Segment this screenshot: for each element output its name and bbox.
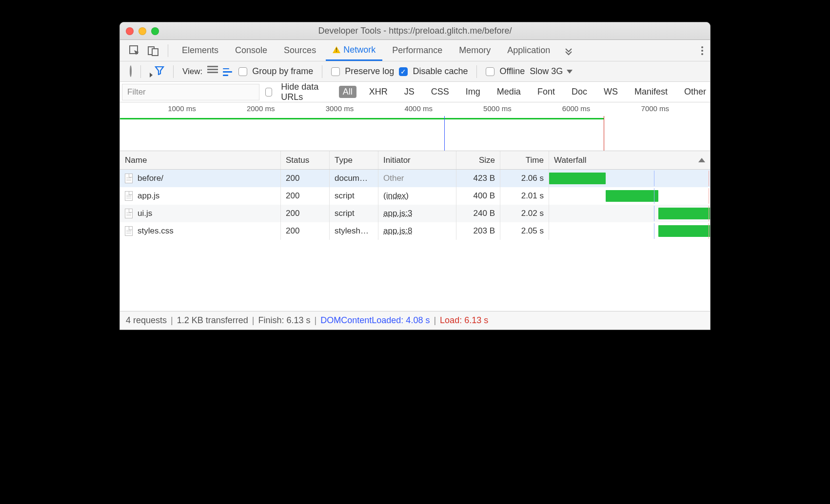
minimize-icon[interactable] (138, 27, 146, 35)
group-by-frame-checkbox[interactable] (238, 67, 247, 76)
initiator-link[interactable]: app.js:8 (383, 226, 413, 236)
status-cell: 200 (281, 170, 330, 187)
chip-img[interactable]: Img (462, 86, 484, 98)
waterfall-cell (549, 170, 710, 187)
col-waterfall[interactable]: Waterfall (549, 151, 710, 169)
separator: | (315, 315, 317, 326)
more-tabs-button[interactable] (563, 45, 574, 57)
chip-font[interactable]: Font (534, 86, 559, 98)
name-cell: styles.css (120, 222, 281, 240)
separator (168, 44, 168, 57)
panel-tabs: Elements Console Sources Network Perform… (175, 40, 557, 61)
table-row[interactable]: styles.css200stylesh…app.js:8203 B2.05 s (120, 222, 710, 240)
settings-kebab-icon[interactable] (698, 43, 706, 58)
col-name[interactable]: Name (120, 151, 281, 169)
warning-icon (333, 46, 340, 53)
initiator-cell[interactable]: Other (378, 170, 456, 187)
tab-memory[interactable]: Memory (452, 40, 497, 61)
status-finish: Finish: 6.13 s (258, 315, 311, 326)
close-icon[interactable] (126, 27, 134, 35)
chip-manifest[interactable]: Manifest (631, 86, 672, 98)
filter-bar: Hide data URLs All XHR JS CSS Img Media … (120, 82, 710, 102)
tab-application[interactable]: Application (500, 40, 557, 61)
tab-label: Network (343, 45, 375, 55)
tab-sources[interactable]: Sources (277, 40, 323, 61)
preserve-log-checkbox[interactable] (331, 67, 340, 76)
filter-toggle-button[interactable] (155, 65, 164, 78)
table-row[interactable]: app.js200script(index)400 B2.01 s (120, 187, 710, 205)
col-status[interactable]: Status (281, 151, 330, 169)
table-row[interactable]: ui.js200scriptapp.js:3240 B2.02 s (120, 205, 710, 222)
initiator-cell[interactable]: app.js:3 (378, 205, 456, 222)
chip-ws[interactable]: WS (600, 86, 622, 98)
status-dcl: DOMContentLoaded: 4.08 s (320, 315, 430, 326)
chip-xhr[interactable]: XHR (365, 86, 392, 98)
request-name: before/ (138, 174, 163, 183)
col-type[interactable]: Type (330, 151, 378, 169)
chip-media[interactable]: Media (493, 86, 525, 98)
disable-cache-label: Disable cache (413, 66, 468, 77)
status-transferred: 1.2 KB transferred (177, 315, 248, 326)
waterfall-cell (549, 205, 710, 222)
hide-data-urls-checkbox[interactable] (265, 88, 273, 97)
tab-network[interactable]: Network (326, 40, 382, 61)
tab-console[interactable]: Console (228, 40, 274, 61)
tab-label: Sources (284, 45, 316, 56)
overview-timeline[interactable]: 1000 ms2000 ms3000 ms4000 ms5000 ms6000 … (120, 102, 710, 151)
name-cell: app.js (120, 187, 281, 205)
load-marker (709, 171, 709, 186)
separator: | (434, 315, 436, 326)
throttling-select[interactable]: Slow 3G (530, 66, 573, 77)
chip-all[interactable]: All (339, 86, 356, 98)
chip-css[interactable]: CSS (427, 86, 453, 98)
status-load: Load: 6.13 s (440, 315, 488, 326)
request-name: ui.js (138, 209, 152, 218)
overview-tick: 7000 ms (641, 104, 670, 113)
tab-performance[interactable]: Performance (385, 40, 449, 61)
zoom-icon[interactable] (151, 27, 159, 35)
col-initiator[interactable]: Initiator (378, 151, 456, 169)
load-marker (604, 116, 604, 151)
waterfall-bar (549, 173, 606, 184)
time-cell: 2.06 s (500, 170, 549, 187)
offline-label: Offline (499, 66, 525, 77)
time-cell: 2.01 s (500, 187, 549, 205)
tab-elements[interactable]: Elements (175, 40, 225, 61)
inspect-element-icon[interactable] (129, 45, 140, 57)
view-large-button[interactable] (207, 66, 218, 77)
clear-button[interactable] (130, 66, 132, 77)
disable-cache-checkbox[interactable]: ✓ (399, 67, 408, 76)
col-waterfall-label: Waterfall (554, 155, 586, 165)
file-icon (125, 209, 133, 218)
type-cell: script (330, 205, 378, 222)
col-size[interactable]: Size (456, 151, 500, 169)
initiator-cell[interactable]: (index) (378, 187, 456, 205)
separator: | (171, 315, 173, 326)
waterfall-bar (658, 225, 710, 237)
initiator-link[interactable]: (index) (383, 191, 409, 201)
file-icon (125, 191, 133, 201)
separator (322, 65, 322, 78)
device-toggle-icon[interactable] (147, 45, 159, 57)
waterfall-cell (549, 222, 710, 240)
initiator-cell[interactable]: app.js:8 (378, 222, 456, 240)
offline-checkbox[interactable] (486, 67, 494, 76)
chip-doc[interactable]: Doc (568, 86, 591, 98)
col-time[interactable]: Time (500, 151, 549, 169)
tab-label: Performance (392, 45, 442, 56)
throttling-value: Slow 3G (530, 66, 563, 77)
window-titlebar[interactable]: Developer Tools - https://preload.glitch… (120, 22, 710, 40)
filter-chips: Hide data URLs All XHR JS CSS Img Media … (265, 82, 710, 102)
view-waterfall-button[interactable] (223, 67, 234, 76)
size-cell: 423 B (456, 170, 500, 187)
filter-input[interactable] (122, 84, 259, 100)
table-row[interactable]: before/200docum…Other423 B2.06 s (120, 170, 710, 187)
overview-tick: 1000 ms (168, 104, 196, 113)
chevron-down-icon (567, 70, 573, 74)
chip-other[interactable]: Other (680, 86, 710, 98)
chip-js[interactable]: JS (400, 86, 418, 98)
load-marker (709, 188, 709, 204)
traffic-lights (126, 27, 159, 35)
initiator-link[interactable]: app.js:3 (383, 209, 413, 218)
requests-body: before/200docum…Other423 B2.06 sapp.js20… (120, 170, 710, 311)
